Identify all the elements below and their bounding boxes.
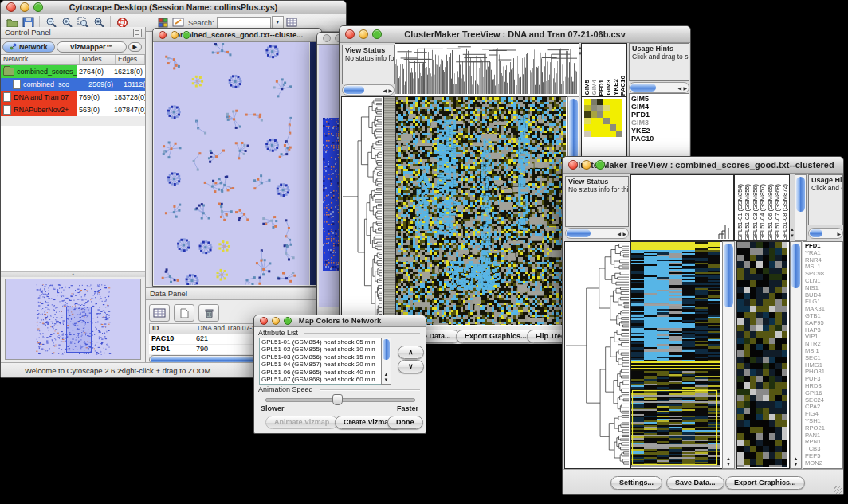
- settings-button[interactable]: Settings...: [610, 476, 662, 490]
- treeview1-titlebar[interactable]: ClusterMaker TreeView : DNA and Tran 07-…: [340, 26, 690, 43]
- move-down-button[interactable]: ∨: [398, 360, 424, 373]
- column-label: PAC10: [619, 76, 626, 96]
- row-dendrogram-panel[interactable]: [341, 96, 384, 327]
- usage-hints-hscrollbar[interactable]: ◀▶: [629, 82, 689, 93]
- row-dendrogram-panel[interactable]: [564, 241, 631, 469]
- heatmap-cell: [597, 111, 603, 118]
- view-status-hscrollbar[interactable]: ◀▶: [342, 84, 395, 96]
- main-titlebar[interactable]: Cytoscape Desktop (Session Name: collins…: [1, 1, 346, 14]
- minimize-button[interactable]: [272, 317, 280, 325]
- heatmap-cell: [610, 131, 616, 137]
- heatmap-vscrollbar[interactable]: ▲▼: [722, 241, 735, 469]
- minimize-button[interactable]: [171, 31, 179, 39]
- export-graphics-button[interactable]: Export Graphics...: [456, 330, 536, 343]
- treeview1-title: ClusterMaker TreeView : DNA and Tran 07-…: [340, 26, 690, 42]
- attribute-item[interactable]: GPL51-07 (GSM868) heat shock 60 min: [260, 376, 381, 383]
- new-attribute-icon[interactable]: [174, 304, 194, 322]
- close-button[interactable]: [568, 160, 578, 170]
- heatmap-cell: [584, 118, 591, 124]
- edges-count: 16218(0): [112, 65, 145, 78]
- dialog-titlebar[interactable]: Map Colors to Network: [254, 315, 426, 327]
- select-attributes-icon[interactable]: [149, 304, 170, 322]
- attribute-item[interactable]: GPL51-01 (GSM854) heat shock 05 min: [260, 338, 381, 346]
- tab-overflow-button[interactable]: ▶: [128, 42, 142, 52]
- birdseye-view[interactable]: [5, 279, 141, 360]
- close-button[interactable]: [159, 31, 167, 39]
- zoom-button[interactable]: [595, 160, 605, 170]
- delete-attribute-icon[interactable]: [198, 304, 219, 322]
- usage-hints-panel: Usage Hints Click and drag to select: [808, 174, 843, 225]
- attribute-item[interactable]: GPL51-03 (GSM856) heat shock 15 min: [260, 354, 381, 361]
- speed-slider-thumb[interactable]: [332, 394, 343, 405]
- view-status-hscrollbar[interactable]: ◀▶: [565, 228, 629, 239]
- gene-list-panel[interactable]: PFD1YRA1RNR4MSL1SPC98CLN1NIS1BUD4ELG1MAK…: [803, 241, 843, 469]
- done-button[interactable]: Done: [387, 416, 423, 429]
- edges-count: 107847(0): [112, 104, 145, 116]
- nodes-count: 563(0): [77, 104, 112, 116]
- doc-icon: [3, 105, 11, 115]
- float-panel-icon[interactable]: [133, 29, 142, 37]
- minimize-button[interactable]: [359, 29, 368, 39]
- animate-vizmap-button[interactable]: Animate Vizmap: [265, 416, 338, 429]
- panel-divider[interactable]: ●: [1, 271, 145, 277]
- heatmap-cell: [603, 131, 610, 137]
- heatmap-cell: [616, 131, 622, 137]
- tab-network[interactable]: Network: [2, 41, 55, 53]
- close-button[interactable]: [323, 34, 331, 42]
- zoom-button[interactable]: [33, 2, 43, 12]
- minimize-button[interactable]: [20, 2, 29, 12]
- attribute-item[interactable]: GPL51-02 (GSM855) heat shock 10 min: [260, 346, 381, 353]
- control-panel-tabs: Network VizMapper™ ▶: [1, 39, 145, 55]
- search-dropdown-icon[interactable]: ▼: [272, 16, 284, 29]
- network-canvas[interactable]: [154, 42, 309, 285]
- column-dendrogram-panel[interactable]: [395, 43, 579, 96]
- network-tab-icon: [10, 43, 17, 50]
- heatmap-panel[interactable]: [395, 96, 568, 327]
- heatmap-panel[interactable]: [630, 241, 723, 469]
- tab-vizmapper[interactable]: VizMapper™: [57, 41, 127, 53]
- zoom-button[interactable]: [183, 31, 190, 39]
- network-tree-row[interactable]: combined_sco2569(6)13112(15): [1, 78, 145, 91]
- resize-grip[interactable]: [834, 486, 842, 494]
- usage-hints-panel: Usage Hints Click and drag to select: [629, 43, 689, 81]
- zoom-heatmap-vscrollbar[interactable]: ▲▼: [790, 241, 802, 469]
- close-button[interactable]: [260, 317, 268, 325]
- heatmap-cell: [597, 105, 603, 111]
- column-label: GPL51-06 (GSM865): [767, 184, 774, 240]
- zoom-heatmap-panel[interactable]: [736, 241, 790, 469]
- close-button[interactable]: [6, 2, 16, 12]
- close-button[interactable]: [345, 29, 355, 39]
- network-tree-row[interactable]: DNA and Tran 07769(0)183728(0): [1, 91, 145, 104]
- search-input[interactable]: [217, 17, 271, 29]
- network-view-titlebar[interactable]: combined_scores_good.txt--cluste...: [153, 29, 321, 42]
- heatmap-cell: [591, 111, 597, 118]
- minimize-button[interactable]: [582, 160, 591, 170]
- nodes-count: 2569(6): [86, 78, 121, 91]
- treeview2-titlebar[interactable]: ClusterMaker TreeView : combined_scores_…: [563, 157, 843, 174]
- data-panel-toolbar: [149, 304, 223, 322]
- heatmap-cell: [610, 118, 616, 124]
- attribute-list[interactable]: GPL51-01 (GSM854) heat shock 05 minGPL51…: [259, 338, 382, 385]
- zoom-button[interactable]: [284, 317, 292, 325]
- zoom-button[interactable]: [372, 29, 382, 39]
- column-labels-panel: GIM5GIM4PFD1GIM3YKE2PAC10: [581, 43, 627, 96]
- attribute-list-vscrollbar[interactable]: ▲▼: [381, 338, 391, 385]
- network-tree-row[interactable]: combined_scores_2764(0)16218(0): [1, 65, 145, 78]
- row-label: PAC10: [630, 135, 689, 143]
- network-table: combined_scores_2764(0)16218(0)combined_…: [1, 65, 145, 116]
- save-data-button[interactable]: Save Data...: [666, 476, 724, 490]
- move-up-button[interactable]: ∧: [398, 346, 424, 359]
- network-tree-row[interactable]: RNAPuberNov2+563(0)107847(0): [1, 104, 145, 116]
- map-colors-dialog: Map Colors to Network Attribute List GPL…: [253, 315, 426, 434]
- attribute-item[interactable]: GPL51-04 (GSM857) heat shock 20 min: [260, 361, 381, 368]
- column-label: GIM5: [583, 80, 591, 96]
- doc-icon: [3, 92, 11, 102]
- column-dendrogram-panel[interactable]: [630, 174, 734, 241]
- column-labels-vscrollbar[interactable]: [795, 174, 807, 241]
- column-label: GPL51-04 (GSM857): [759, 184, 766, 240]
- export-graphics-button[interactable]: Export Graphics...: [725, 476, 805, 490]
- network-name: combined_scores_: [17, 68, 77, 76]
- usage-hints-hscrollbar[interactable]: ▶: [808, 228, 843, 239]
- heatmap-cell: [616, 124, 622, 131]
- attribute-item[interactable]: GPL51-06 (GSM865) heat shock 40 min: [260, 369, 381, 376]
